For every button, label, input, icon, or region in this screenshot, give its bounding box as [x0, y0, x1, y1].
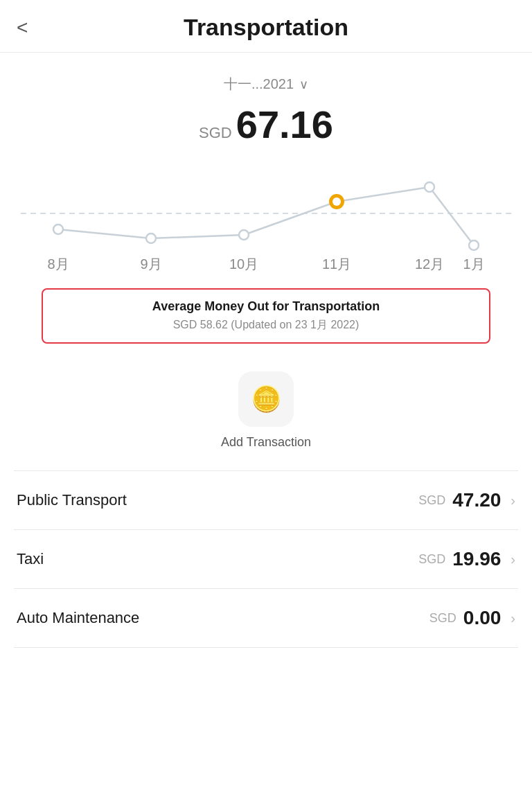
category-currency: SGD — [418, 552, 445, 567]
add-transaction-button[interactable]: 🪙 — [238, 371, 294, 427]
svg-text:11月: 11月 — [322, 256, 351, 272]
category-right: SGD 47.20 › — [418, 489, 515, 511]
chevron-right-icon: › — [511, 610, 515, 626]
line-chart: 8月 9月 10月 11月 12月 1月 — [21, 164, 511, 274]
svg-text:8月: 8月 — [47, 256, 69, 272]
list-item[interactable]: Auto Maintenance SGD 0.00 › — [0, 589, 532, 647]
average-value: SGD 58.62 (Updated on 23 1月 2022) — [57, 318, 475, 333]
period-section: 十一...2021 ∨ — [0, 53, 532, 99]
list-item[interactable]: Public Transport SGD 47.20 › — [0, 471, 532, 529]
list-item[interactable]: Taxi SGD 19.96 › — [0, 530, 532, 588]
category-name: Taxi — [17, 550, 44, 568]
svg-point-1 — [53, 224, 63, 234]
chart-container: 8月 9月 10月 11月 12月 1月 — [0, 164, 532, 274]
category-name: Auto Maintenance — [17, 609, 139, 627]
svg-text:10月: 10月 — [229, 256, 258, 272]
svg-text:12月: 12月 — [415, 256, 444, 272]
chevron-right-icon: › — [511, 552, 515, 567]
category-currency: SGD — [429, 611, 456, 626]
amount-currency: SGD — [199, 124, 232, 141]
header: < Transportation — [0, 0, 532, 53]
svg-text:9月: 9月 — [140, 256, 161, 272]
chevron-down-icon: ∨ — [299, 77, 308, 92]
chevron-right-icon: › — [511, 493, 515, 509]
amount-section: SGD67.16 — [0, 99, 532, 164]
amount-value: 67.16 — [236, 103, 333, 146]
svg-point-3 — [239, 230, 249, 240]
period-selector[interactable]: 十一...2021 ∨ — [224, 75, 308, 94]
svg-point-5 — [332, 197, 341, 206]
svg-point-6 — [425, 182, 434, 192]
svg-text:1月: 1月 — [463, 256, 484, 272]
back-button[interactable]: < — [17, 17, 28, 39]
svg-point-7 — [469, 240, 479, 250]
svg-point-2 — [146, 233, 156, 243]
add-transaction-label: Add Transaction — [221, 435, 311, 450]
categories-list: Public Transport SGD 47.20 › Taxi SGD 19… — [0, 471, 532, 648]
category-amount: 19.96 — [452, 548, 501, 570]
category-currency: SGD — [418, 493, 445, 508]
category-name: Public Transport — [17, 491, 127, 509]
period-text: 十一...2021 — [224, 75, 294, 94]
average-title: Average Money Out for Transportation — [57, 299, 475, 314]
category-amount: 0.00 — [463, 607, 502, 629]
category-right: SGD 0.00 › — [429, 607, 515, 629]
divider-3 — [14, 647, 518, 648]
coins-icon: 🪙 — [251, 385, 282, 414]
page-title: Transportation — [184, 14, 348, 41]
category-right: SGD 19.96 › — [418, 548, 515, 570]
category-amount: 47.20 — [452, 489, 501, 511]
average-box: Average Money Out for Transportation SGD… — [42, 288, 490, 344]
add-transaction-section: 🪙 Add Transaction — [0, 364, 532, 470]
